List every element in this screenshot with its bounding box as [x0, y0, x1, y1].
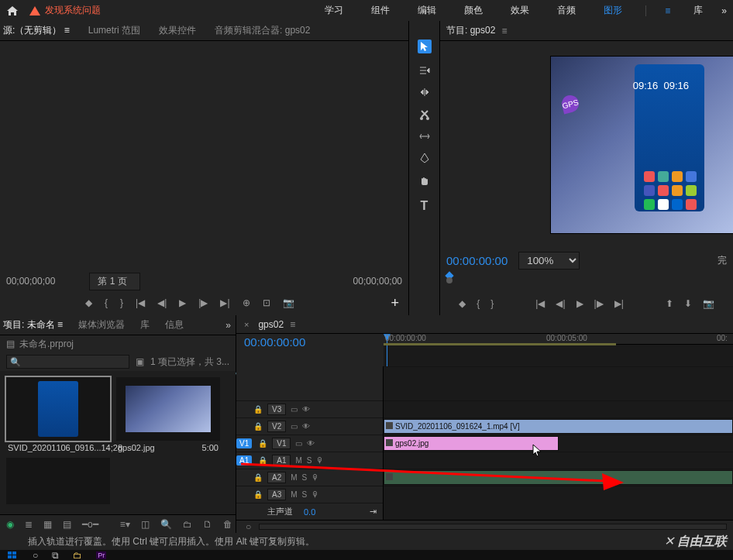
sequence-tab[interactable]: × gps02 ≡ [236, 315, 733, 334]
auto-match-icon[interactable]: ◫ [141, 519, 150, 530]
workspace-more-icon[interactable]: » [721, 5, 727, 16]
track-header-v3[interactable]: 🔒V3▭👁 [236, 400, 383, 417]
source-pager[interactable]: 第 1 页 [89, 273, 139, 290]
track-name[interactable]: A1 [272, 455, 291, 466]
tab-project[interactable]: 项目: 未命名 ≡ [3, 318, 63, 332]
mute-button[interactable]: M [295, 456, 301, 465]
source-patch-a1[interactable]: A1 [236, 455, 252, 466]
workspace-tab-effects[interactable]: 效果 [506, 4, 534, 17]
eye-icon[interactable]: 👁 [302, 422, 310, 431]
track-header-v2[interactable]: 🔒V2▭👁 [236, 417, 383, 435]
lock-icon[interactable]: 🔒 [253, 405, 263, 414]
workspace-tab-color[interactable]: 颜色 [459, 4, 487, 17]
clip-audio[interactable] [384, 470, 733, 485]
go-to-in-button[interactable]: |◀ [136, 297, 145, 308]
go-to-out-button[interactable]: ▶| [220, 297, 229, 308]
lane-v1[interactable]: gps02.jpg [384, 435, 733, 452]
program-monitor[interactable]: 09:16 09:16 GPS [440, 41, 733, 249]
explorer-icon[interactable]: 🗀 [73, 550, 82, 561]
tab-effect-controls[interactable]: 效果控件 [159, 24, 196, 37]
bin-icon[interactable]: ▣ [136, 356, 144, 367]
project-tabs-more-icon[interactable]: » [225, 320, 231, 331]
clip-image[interactable]: gps02.jpg [384, 436, 559, 451]
overwrite-button[interactable]: ⊡ [263, 297, 270, 308]
eye-icon[interactable]: 👁 [307, 439, 315, 448]
master-track-header[interactable]: 主声道0.0⇥ [236, 503, 383, 520]
lock-icon[interactable]: 🔒 [258, 456, 267, 465]
track-header-a2[interactable]: 🔒A2MS🎙 [236, 469, 383, 486]
mark-in-button[interactable]: { [477, 298, 480, 309]
workspace-tab-graphics[interactable]: 图形 [599, 4, 627, 17]
panel-menu-icon[interactable]: ≡ [501, 26, 507, 36]
zoom-slider[interactable]: ━o━ [82, 519, 98, 530]
mute-button[interactable]: M [291, 490, 297, 499]
lane-a3[interactable] [384, 486, 733, 503]
project-bin-area[interactable]: SVID_20201106_0916...14;28 gps02.jpg5:00 [0, 371, 236, 514]
scrub-zoom-handle[interactable] [446, 277, 453, 283]
new-bin-icon[interactable]: 🗀 [183, 519, 192, 530]
step-forward-button[interactable]: |▶ [594, 298, 604, 309]
new-item-icon[interactable]: 🗋 [203, 519, 212, 530]
type-tool-icon[interactable]: T [421, 199, 428, 213]
rec-icon[interactable]: ◉ [6, 519, 14, 530]
workspace-tab-assembly[interactable]: 组件 [366, 4, 394, 17]
mark-out-button[interactable]: } [490, 298, 494, 309]
timeline-tc[interactable]: 00:00:00:00 [244, 335, 305, 349]
toggle-output-icon[interactable]: ▭ [295, 439, 302, 448]
export-frame-button[interactable]: 📷 [703, 298, 714, 309]
mic-icon[interactable]: 🎙 [311, 490, 319, 499]
hamburger-icon[interactable]: ≡ [665, 5, 670, 16]
pen-tool-icon[interactable] [420, 153, 429, 163]
lock-icon[interactable]: 🔒 [253, 422, 263, 431]
workspace-tab-learn[interactable]: 学习 [320, 4, 348, 17]
tab-program[interactable]: 节目: gps02 [446, 24, 495, 37]
work-area-bar[interactable] [384, 343, 616, 345]
tab-source[interactable]: 源:（无剪辑） ≡ [3, 24, 70, 37]
eye-icon[interactable]: 👁 [302, 405, 310, 414]
track-lanes[interactable]: SVID_20201106_091624_1.mp4 [V] gps02.jpg [384, 366, 733, 520]
insert-button[interactable]: ⊕ [243, 297, 250, 308]
system-warning[interactable]: 发现系统问题 [29, 4, 101, 17]
icon-view-icon[interactable]: ▦ [43, 519, 52, 530]
list-view-icon[interactable]: ≣ [25, 519, 33, 530]
jump-icon[interactable]: ⇥ [370, 507, 377, 517]
project-item[interactable] [6, 458, 110, 504]
add-marker-button[interactable]: ◆ [459, 298, 466, 309]
track-name[interactable]: A3 [267, 489, 286, 500]
freeform-view-icon[interactable]: ▤ [63, 519, 71, 530]
home-icon[interactable] [6, 5, 19, 16]
play-button[interactable]: ▶ [576, 298, 583, 309]
tab-lumetri-scopes[interactable]: Lumetri 范围 [88, 24, 140, 37]
extract-button[interactable]: ⬇ [684, 298, 692, 309]
lock-icon[interactable]: 🔒 [253, 473, 263, 482]
project-item[interactable]: gps02.jpg5:00 [116, 377, 220, 455]
tab-libraries[interactable]: 库 [140, 318, 150, 332]
lane-a1[interactable] [384, 452, 733, 469]
program-tc[interactable]: 00:00:00:00 [446, 254, 508, 267]
mark-out-button[interactable]: } [120, 297, 123, 308]
ripple-edit-tool-icon[interactable] [419, 88, 430, 97]
tab-audio-clip-mixer[interactable]: 音频剪辑混合器: gps02 [215, 24, 310, 37]
sort-icon[interactable]: ≡▾ [120, 519, 130, 530]
zoom-select[interactable]: 100% [518, 252, 580, 270]
add-marker-button[interactable]: ◆ [85, 297, 92, 308]
razor-tool-icon[interactable] [420, 109, 429, 120]
workspace-tab-editing[interactable]: 编辑 [413, 4, 441, 17]
lock-icon[interactable]: 🔒 [258, 439, 267, 448]
track-name[interactable]: V1 [272, 438, 291, 449]
project-item[interactable]: SVID_20201106_0916...14;28 [6, 377, 110, 455]
close-icon[interactable]: × [244, 320, 249, 329]
lift-button[interactable]: ⬆ [666, 298, 673, 309]
step-forward-button[interactable]: |▶ [198, 297, 208, 308]
mark-in-button[interactable]: { [105, 297, 108, 308]
lane-a2[interactable] [384, 469, 733, 486]
panel-menu-icon[interactable]: ≡ [290, 319, 295, 330]
track-select-tool-icon[interactable] [419, 66, 430, 75]
play-button[interactable]: ▶ [179, 297, 186, 308]
step-back-button[interactable]: ◀| [157, 297, 167, 308]
solo-button[interactable]: S [302, 473, 308, 482]
timeline-h-scrollbar[interactable] [259, 524, 727, 530]
selection-tool-icon[interactable] [418, 40, 432, 53]
premiere-icon[interactable]: Pr [96, 551, 106, 559]
master-value[interactable]: 0.0 [304, 507, 315, 517]
